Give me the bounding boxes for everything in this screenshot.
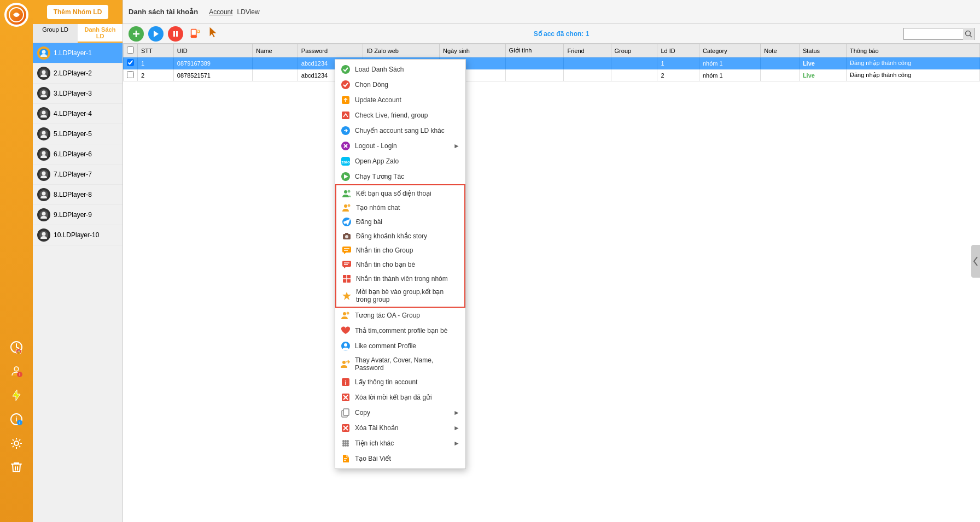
table-cell-0[interactable] (124, 57, 138, 69)
table-cell-0[interactable] (124, 69, 138, 81)
person-icon[interactable]: ! (7, 361, 26, 381)
player-item-8[interactable]: 8.LDPlayer-8 (33, 185, 122, 205)
table-cell-7 (505, 69, 564, 81)
menu-icon-moi-ban-be (342, 291, 352, 301)
menu-item-moi-ban-be[interactable]: Mời bạn bè vào group,kết bạn trong group (336, 286, 464, 306)
menu-item-update-account[interactable]: Update Account (335, 92, 465, 108)
svg-rect-35 (191, 35, 197, 38)
menu-item-tao-bai-viet[interactable]: Tạo Bài Viết (335, 451, 465, 466)
panel: Thêm Nhóm LD Group LD Danh Sách LD 1.LDP… (33, 0, 123, 522)
menu-item-dang-khoanh-khac[interactable]: Đăng khoảnh khắc story (336, 229, 464, 243)
svg-point-26 (42, 192, 46, 196)
trash-icon[interactable] (7, 458, 26, 477)
col-header-password: Password (298, 44, 363, 57)
menu-item-tuong-tac-oa[interactable]: Tương tác OA - Group (335, 308, 465, 323)
col-header-giới_tính: Giới tính (505, 44, 564, 57)
play-button[interactable] (148, 26, 164, 42)
table-row[interactable]: 20878521571abcd12342nhóm 1LiveĐăng nhập … (124, 69, 980, 81)
menu-item-tien-ich-khac[interactable]: Tiện ích khác ► (335, 436, 465, 451)
player-icon (37, 127, 50, 140)
menu-item-copy[interactable]: Copy ► (335, 405, 465, 420)
menu-label-ket-ban: Kết bạn qua số điện thoại (356, 190, 431, 197)
add-button[interactable] (129, 26, 144, 42)
player-item-1[interactable]: 1.LDPlayer-1 (33, 43, 122, 63)
player-name: 2.LDPlayer-2 (54, 69, 92, 77)
menu-item-lay-thong-tin[interactable]: i Lấy thông tin account (335, 374, 465, 390)
menu-item-open-app-zalo[interactable]: zalo Open App Zalo (335, 154, 465, 169)
svg-point-49 (344, 204, 347, 208)
menu-item-tao-nhom-chat[interactable]: Tạo nhóm chat (336, 201, 464, 215)
player-item-6[interactable]: 6.LDPlayer-6 (33, 144, 122, 165)
menu-item-chay-tuong-tac[interactable]: Chạy Tương Tác (335, 169, 465, 184)
col-header-status: Status (799, 44, 846, 57)
pause-button[interactable] (168, 26, 183, 42)
svg-point-78 (347, 444, 349, 447)
player-icon (37, 188, 50, 201)
player-name: 6.LDPlayer-6 (54, 150, 92, 158)
menu-icon-ket-ban (342, 189, 352, 198)
tab-ldview[interactable]: LDView (237, 8, 260, 16)
search-input[interactable] (904, 31, 963, 37)
menu-item-xoa-tai-khoan[interactable]: Xóa Tài Khoản ► (335, 420, 465, 436)
svg-point-14 (42, 71, 46, 74)
add-group-button[interactable]: Thêm Nhóm LD (47, 5, 109, 19)
menu-item-thay-avatar[interactable]: Thay Avatar, Cover, Name, Password (335, 354, 465, 374)
tab-danh-sach-ld[interactable]: Danh Sách LD (78, 24, 122, 43)
menu-item-like-comment[interactable]: Like comment Profile (335, 338, 465, 354)
menu-icon-xoa-loi-moi (341, 392, 351, 402)
menu-item-nhan-tin-group[interactable]: Nhắn tin cho Group (336, 243, 464, 257)
menu-item-check-live[interactable]: Check Live, friend, group (335, 108, 465, 123)
row-checkbox[interactable] (127, 59, 134, 66)
svg-rect-31 (173, 31, 175, 37)
menu-item-xoa-loi-moi[interactable]: Xóa lời mời kết bạn đã gửi (335, 390, 465, 405)
tab-group-ld[interactable]: Group LD (33, 24, 78, 43)
player-item-3[interactable]: 3.LDPlayer-3 (33, 84, 122, 104)
table-cell-2: 0878521571 (173, 69, 253, 81)
svg-point-70 (342, 440, 345, 442)
settings-icon[interactable] (7, 433, 26, 453)
menu-item-tha-tim[interactable]: Thả tim,comment profile bạn bè (335, 323, 465, 338)
menu-item-nhan-tin-thanh-vien[interactable]: Nhắn tin thành viên trong nhóm (336, 272, 464, 286)
player-item-9[interactable]: 9.LDPlayer-9 (33, 205, 122, 225)
table-cell-3 (253, 69, 298, 81)
player-name: 7.LDPlayer-7 (54, 171, 92, 178)
player-item-4[interactable]: 4.LDPlayer-4 (33, 104, 122, 124)
menu-icon-copy (341, 408, 351, 418)
menu-icon-tao-bai-viet (341, 454, 351, 464)
menu-label-nhan-tin-ban-be: Nhắn tin cho bạn bè (356, 261, 415, 268)
menu-item-chon-dong[interactable]: Chọn Dòng (335, 77, 465, 92)
panel-header: Thêm Nhóm LD (33, 0, 122, 24)
table-row[interactable]: 10879167389abcd12341nhóm 1LiveĐăng nhập … (124, 57, 980, 69)
player-item-10[interactable]: 10.LDPlayer-10 (33, 225, 122, 245)
menu-label-moi-ban-be: Mời bạn bè vào group,kết bạn trong group (356, 288, 459, 303)
cursor-button[interactable] (207, 26, 219, 41)
menu-label-thay-avatar: Thay Avatar, Cover, Name, Password (355, 356, 460, 372)
player-item-2[interactable]: 2.LDPlayer-2 (33, 63, 122, 84)
player-name: 3.LDPlayer-3 (54, 90, 92, 97)
player-list: 1.LDPlayer-1 2.LDPlayer-2 3.LDPlayer-3 (33, 43, 122, 521)
menu-item-chuyen-account[interactable]: Chuyển account sang LD khác (335, 123, 465, 138)
player-item-7[interactable]: 7.LDPlayer-7 (33, 165, 122, 185)
tab-account[interactable]: Account (209, 8, 232, 16)
menu-item-logout-login[interactable]: Logout - Login ► (335, 138, 465, 154)
row-checkbox[interactable] (127, 71, 134, 78)
player-name: 4.LDPlayer-4 (54, 110, 92, 118)
svg-point-30 (42, 232, 46, 236)
menu-label-chon-dong: Chọn Dòng (355, 81, 388, 89)
menu-item-ket-ban[interactable]: Kết bạn qua số điện thoại (336, 186, 464, 201)
app-logo (4, 3, 28, 27)
select-all-checkbox[interactable] (127, 46, 134, 54)
col-header-uid: UID (173, 44, 253, 57)
col-header-stt: STT (138, 44, 174, 57)
search-icon[interactable] (963, 28, 974, 40)
menu-item-dang-bai[interactable]: Đăng bài (336, 215, 464, 229)
player-item-5[interactable]: 5.LDPlayer-5 (33, 124, 122, 144)
menu-item-nhan-tin-ban-be[interactable]: Nhắn tin cho bạn bè (336, 257, 464, 272)
menu-item-load-danh-sach[interactable]: Load Danh Sách (335, 62, 465, 77)
clock-icon[interactable]: 🔒 (7, 337, 26, 357)
right-collapse-tab[interactable] (971, 245, 980, 278)
player-name: 10.LDPlayer-10 (54, 231, 99, 239)
lightning-icon[interactable] (7, 385, 26, 405)
info-icon[interactable]: i i (7, 409, 26, 429)
phone-button[interactable] (188, 26, 203, 42)
